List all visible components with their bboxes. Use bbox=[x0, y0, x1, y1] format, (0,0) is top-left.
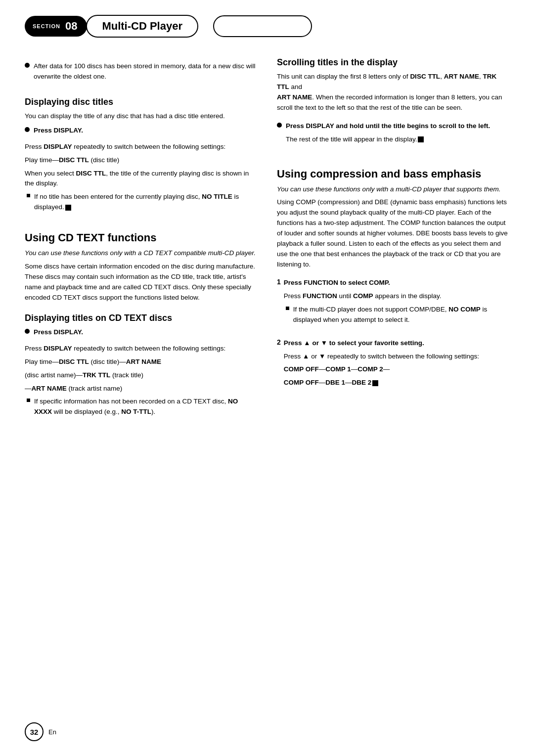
no-title-text: If no title has been entered for the cur… bbox=[34, 192, 257, 213]
compression-body: Using COMP (compression) and DBE (dynami… bbox=[277, 197, 509, 269]
compression-heading: Using compression and bass emphasis bbox=[277, 168, 509, 180]
art-name-bold-2: ART NAME bbox=[32, 385, 67, 392]
scrolling-titles-section: Scrolling titles in the display This uni… bbox=[277, 57, 509, 148]
step-1-content: Press FUNCTION to select COMP. Press FUN… bbox=[284, 278, 509, 330]
page-header: Section 08 Multi-CD Player bbox=[25, 15, 509, 38]
display-bold-2: DISPLAY bbox=[44, 345, 72, 352]
disc-ttl-bold: DISC TTL bbox=[59, 156, 89, 164]
disc-artist-line: (disc artist name)—TRK TTL (track title) bbox=[25, 370, 257, 381]
art-name-rt2: ART NAME bbox=[277, 93, 312, 101]
press-display-bullet: Press DISPLAY. bbox=[25, 126, 257, 139]
bullet-square-icon bbox=[27, 194, 30, 197]
page-number-badge: 32 bbox=[25, 722, 44, 741]
end-symbol-3 bbox=[372, 380, 378, 386]
no-title-bullet: If no title has been entered for the cur… bbox=[27, 192, 257, 216]
no-comp-bullet: If the multi-CD player does not support … bbox=[286, 305, 509, 328]
section-title: Multi-CD Player bbox=[86, 15, 198, 38]
comp-off-bold-2: COMP OFF bbox=[284, 379, 319, 386]
play-time-line: Play time—DISC TTL (disc title) bbox=[25, 155, 257, 166]
comp-1-bold: COMP 1 bbox=[325, 365, 351, 373]
bullet-circle-icon-2 bbox=[25, 127, 30, 132]
trk-ttl-bold: TRK TTL bbox=[83, 371, 110, 379]
left-column: After data for 100 discs has been stored… bbox=[25, 57, 257, 422]
scrolling-titles-intro: This unit can display the first 8 letter… bbox=[277, 72, 509, 113]
bullet-square-icon-3 bbox=[286, 307, 289, 310]
cd-text-section: Using CD TEXT functions You can use thes… bbox=[25, 231, 257, 420]
bullet-square-icon-2 bbox=[27, 399, 30, 402]
comp-off-bold: COMP OFF bbox=[284, 365, 319, 373]
footer-language: En bbox=[48, 728, 56, 736]
displaying-disc-titles-section: Displaying disc titles You can display t… bbox=[25, 97, 257, 216]
step-1-text: Press FUNCTION until COMP appears in the… bbox=[284, 291, 509, 302]
step-2-content: Press ▲ or ▼ to select your favorite set… bbox=[284, 338, 479, 392]
step-1-num: 1 bbox=[277, 278, 281, 286]
scrolling-titles-heading: Scrolling titles in the display bbox=[277, 57, 509, 68]
compression-section: Using compression and bass emphasis You … bbox=[277, 168, 509, 392]
display-bold: DISPLAY bbox=[44, 143, 72, 150]
section-label: Section bbox=[33, 23, 60, 29]
no-comp-bold: NO COMP bbox=[448, 306, 481, 313]
cd-text-body: Some discs have certain information enco… bbox=[25, 262, 257, 303]
comp-bold: COMP bbox=[353, 292, 373, 300]
intro-bullet-text: After data for 100 discs has been stored… bbox=[34, 61, 257, 82]
no-t-ttl-bold: NO T-TTL bbox=[121, 408, 151, 415]
compression-italic-note: You can use these functions only with a … bbox=[277, 184, 509, 195]
body-columns: After data for 100 discs has been stored… bbox=[25, 57, 509, 422]
step-1-row: 1 Press FUNCTION to select COMP. Press F… bbox=[277, 278, 509, 330]
header-right-box bbox=[213, 15, 312, 37]
bullet-circle-icon-4 bbox=[277, 123, 282, 128]
no-comp-text: If the multi-CD player does not support … bbox=[293, 305, 509, 325]
cd-text-heading: Using CD TEXT functions bbox=[25, 231, 257, 244]
press-display-hold-heading: Press DISPLAY and hold until the title b… bbox=[286, 121, 490, 132]
step-1-heading: Press FUNCTION to select COMP. bbox=[284, 278, 509, 288]
step-2-row: 2 Press ▲ or ▼ to select your favorite s… bbox=[277, 338, 509, 392]
no-xxxx-text: If specific information has not been rec… bbox=[34, 397, 257, 417]
step-2-settings-1: COMP OFF—COMP 1—COMP 2— bbox=[284, 364, 479, 375]
comp-2-bold: COMP 2 bbox=[357, 365, 383, 373]
bullet-circle-icon bbox=[25, 63, 30, 68]
no-title-bold: NO TITLE bbox=[202, 193, 232, 200]
intro-bullet: After data for 100 discs has been stored… bbox=[25, 61, 257, 85]
function-bold: FUNCTION bbox=[303, 292, 337, 300]
art-name-rt: ART NAME bbox=[444, 73, 479, 80]
press-display-hold-body: The rest of the title will appear in the… bbox=[286, 134, 490, 145]
step-2-num: 2 bbox=[277, 338, 281, 346]
press-display-hold-bullet: Press DISPLAY and hold until the title b… bbox=[277, 121, 509, 148]
art-name-track-line: —ART NAME (track artist name) bbox=[25, 384, 257, 394]
section-number: 08 bbox=[65, 20, 77, 33]
right-column: Scrolling titles in the display This uni… bbox=[277, 57, 509, 422]
displaying-disc-titles-intro: You can display the title of any disc th… bbox=[25, 111, 257, 122]
disc-ttl-bold-3: DISC TTL bbox=[59, 358, 89, 365]
art-name-bold: ART NAME bbox=[126, 358, 161, 365]
press-display-hold-content: Press DISPLAY and hold until the title b… bbox=[286, 121, 490, 148]
press-display-text: Press DISPLAY repeatedly to switch betwe… bbox=[25, 142, 257, 152]
disc-ttl-rt: DISC TTL bbox=[410, 73, 440, 80]
no-xxxx-bullet: If specific information has not been rec… bbox=[27, 397, 257, 420]
dbe-1-bold: DBE 1 bbox=[325, 379, 345, 386]
dbe-2-bold: DBE 2 bbox=[352, 379, 372, 386]
play-time-cd-text-line: Play time—DISC TTL (disc title)—ART NAME bbox=[25, 357, 257, 367]
cd-text-italic-note: You can use these functions only with a … bbox=[25, 248, 257, 259]
bullet-circle-icon-3 bbox=[25, 329, 30, 334]
step-2-heading: Press ▲ or ▼ to select your favorite set… bbox=[284, 338, 479, 349]
step-2-settings-2: COMP OFF—DBE 1—DBE 2 bbox=[284, 378, 479, 388]
end-symbol bbox=[65, 205, 71, 211]
press-display-label: Press DISPLAY. bbox=[34, 126, 83, 136]
section-badge: Section 08 bbox=[25, 16, 87, 37]
page: Section 08 Multi-CD Player After data fo… bbox=[0, 0, 534, 756]
displaying-titles-cd-text-heading: Displaying titles on CD TEXT discs bbox=[25, 313, 257, 323]
displaying-disc-titles-heading: Displaying disc titles bbox=[25, 97, 257, 107]
press-display-label-2: Press DISPLAY. bbox=[34, 327, 83, 338]
step-2-text: Press ▲ or ▼ repeatedly to switch betwee… bbox=[284, 352, 479, 362]
displaying-titles-cd-text-section: Displaying titles on CD TEXT discs Press… bbox=[25, 313, 257, 420]
end-symbol-2 bbox=[418, 136, 424, 142]
press-display-text-2: Press DISPLAY repeatedly to switch betwe… bbox=[25, 344, 257, 354]
disc-ttl-description: When you select DISC TTL, the title of t… bbox=[25, 169, 257, 189]
page-number: 32 bbox=[30, 728, 39, 736]
page-footer: 32 En bbox=[25, 722, 56, 741]
disc-ttl-bold2: DISC TTL bbox=[76, 170, 106, 177]
press-display-bullet-2: Press DISPLAY. bbox=[25, 327, 257, 341]
